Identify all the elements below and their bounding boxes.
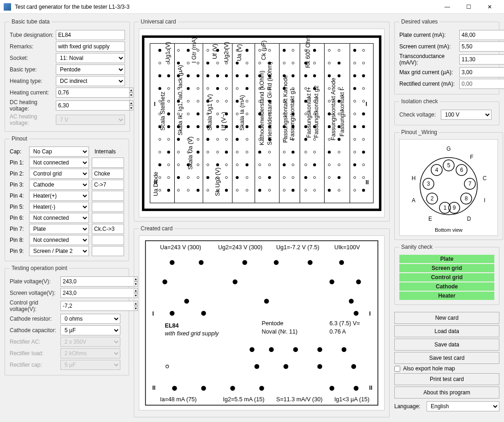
export-hole-map-checkbox[interactable] [394,366,400,372]
svg-point-312 [330,386,335,391]
language-select[interactable]: English [427,401,499,411]
created-card-preview: Ua=243 V (300) Ug2=243 V (300) Ug1=-7.2 … [139,235,385,410]
plate-current-label: Plate current (mA): [399,32,459,38]
screen-current-label: Screen current (mA): [399,43,459,50]
designation-input[interactable] [56,30,125,40]
plate-current-input[interactable] [459,30,504,40]
testing-group: Testing operation point Plate voltage(V)… [5,265,129,375]
pin-8-internal-input[interactable] [92,235,124,245]
spin-down[interactable]: ▼ [129,93,133,98]
screen-v-input[interactable] [60,288,134,298]
pin-7-internal-input[interactable] [92,224,124,234]
pin-4-select[interactable]: Heater(+) [29,191,89,201]
save-data-button[interactable]: Save data [394,339,499,351]
created-card-group: Created card Ua=243 V (300) Ug2=243 V (3… [134,225,390,417]
pin-9-select[interactable]: Screen / Plate 2 [29,246,89,256]
spin-up[interactable]: ▲ [129,100,133,106]
svg-point-62 [236,74,238,77]
about-button[interactable]: About this program [394,387,499,399]
svg-point-283 [199,260,204,265]
heating-current-input[interactable] [56,88,129,98]
cathode-r-select[interactable]: 0 ohms [60,314,120,324]
minimize-button[interactable]: — [437,0,458,14]
svg-point-143 [245,125,248,128]
svg-point-244 [258,188,261,191]
svg-point-306 [317,364,322,369]
maximize-button[interactable]: ☐ [458,0,479,14]
print-test-card-button[interactable]: Print test card [394,373,499,385]
trans-input[interactable] [459,54,504,64]
svg-text:Fassungskontakt g1: Fassungskontakt g1 [289,88,296,140]
grid-v-input[interactable] [60,301,134,311]
svg-point-200 [216,163,219,166]
save-test-card-button[interactable]: Save test card [394,352,499,364]
svg-text:I: I [369,311,371,317]
svg-point-60 [216,74,219,77]
type-label: Basic type: [10,66,56,73]
svg-point-153 [362,125,365,128]
svg-text:Skala Ik, Ig1, Ia0, Iack (µA): Skala Ik, Ig1, Ia0, Iack (µA) [177,64,184,135]
pin-6-select[interactable]: Not connected [29,213,89,223]
pin-9-internal-input[interactable] [92,246,124,256]
check-voltage-select[interactable]: 100 V [441,110,492,120]
max-grid-input[interactable] [459,67,504,77]
svg-point-289 [233,280,238,285]
close-button[interactable]: ✕ [479,0,500,14]
pin-6-internal-input[interactable] [92,213,124,223]
socket-select[interactable]: 11: Noval [56,53,125,63]
svg-point-71 [338,74,340,77]
svg-point-313 [354,386,359,391]
max-grid-label: Max grid current (µA): [399,69,459,76]
svg-point-298 [249,347,255,352]
pin-2-select[interactable]: Control grid [29,169,89,179]
screen-current-input[interactable] [459,41,504,52]
svg-point-39 [206,61,209,64]
svg-point-235 [167,188,170,191]
pin-3-label: Pin 3: [10,182,29,188]
svg-point-17 [187,49,190,52]
pin-3-internal-input[interactable] [92,180,124,190]
heating-current-label: Heating current: [10,89,56,96]
svg-point-77 [187,87,190,89]
heating-type-select[interactable]: DC indirect [56,76,125,86]
pin-3-select[interactable]: Cathode [29,180,89,190]
svg-point-29 [313,49,316,52]
spin-down[interactable]: ▼ [129,106,133,111]
pin-1-internal-input[interactable] [92,158,124,168]
svg-point-42 [236,61,238,64]
svg-point-194 [158,163,161,166]
pin-2-internal-input[interactable] [92,169,124,179]
pin-5-select[interactable]: Heater(-) [29,202,89,212]
svg-point-14 [158,49,161,52]
svg-point-241 [225,188,228,191]
spin-up[interactable]: ▲ [129,88,133,93]
cathode-c-select[interactable]: 5 µF [60,325,120,335]
sanity-cathode: Cathode [399,282,494,291]
svg-text:Sk.Ug2 (V): Sk.Ug2 (V) [214,167,221,196]
svg-point-175 [167,150,170,153]
cap-select[interactable]: No Cap [29,147,89,157]
pin-7-label: Pin 7: [10,226,29,232]
pin-4-internal-input[interactable] [92,191,124,201]
svg-point-296 [201,311,206,316]
export-hole-map-label: Also export hole map [403,365,455,372]
pin-8-select[interactable]: Not connected [29,235,89,245]
svg-point-26 [283,49,285,52]
dc-heating-input[interactable] [56,100,129,111]
svg-point-291 [356,280,361,285]
svg-point-209 [313,163,316,166]
pin-1-select[interactable]: Not connected [29,158,89,168]
type-select[interactable]: Pentode [56,64,125,75]
new-card-button[interactable]: New card [394,312,499,324]
svg-point-168 [304,138,307,141]
pin-7-select[interactable]: Plate [29,224,89,234]
remarks-input[interactable] [56,41,125,52]
plate-v-input[interactable] [60,276,134,287]
trans-label: Transconductance (mA/V): [399,53,459,66]
svg-point-159 [206,138,209,141]
heating-type-label: Heating type: [10,78,56,84]
svg-text:3: 3 [427,181,430,187]
universal-legend: Universal card [139,18,178,25]
load-data-button[interactable]: Load data [394,325,499,337]
pin-5-internal-input[interactable] [92,202,124,212]
